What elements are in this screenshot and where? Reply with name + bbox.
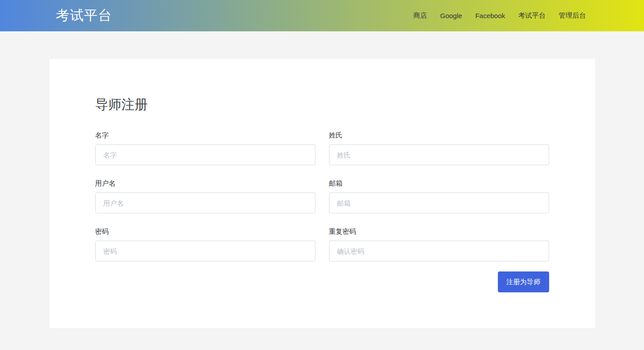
confirm-password-label: 重复密码 xyxy=(329,227,549,237)
first-name-label: 名字 xyxy=(95,130,315,140)
brand-title[interactable]: 考试平台 xyxy=(56,6,112,25)
nav-item-exam-platform[interactable]: 考试平台 xyxy=(518,11,546,20)
nav-item-store[interactable]: 商店 xyxy=(413,11,427,20)
password-input[interactable] xyxy=(95,241,315,261)
page-title: 导师注册 xyxy=(95,96,549,114)
email-label: 邮箱 xyxy=(329,178,549,188)
nav-item-google[interactable]: Google xyxy=(440,12,462,20)
email-input[interactable] xyxy=(329,192,549,213)
username-field-group: 用户名 xyxy=(95,178,315,213)
password-label: 密码 xyxy=(95,227,315,237)
top-navbar: 考试平台 商店 Google Facebook 考试平台 管理后台 xyxy=(0,0,644,31)
password-field-group: 密码 xyxy=(95,227,315,261)
email-field-group: 邮箱 xyxy=(329,178,549,213)
header-nav: 商店 Google Facebook 考试平台 管理后台 xyxy=(413,11,586,20)
last-name-label: 姓氏 xyxy=(329,130,549,140)
first-name-field-group: 名字 xyxy=(95,130,315,165)
nav-item-facebook[interactable]: Facebook xyxy=(475,12,505,20)
last-name-input[interactable] xyxy=(329,144,549,165)
last-name-field-group: 姓氏 xyxy=(329,130,549,165)
username-input[interactable] xyxy=(95,192,315,213)
confirm-password-field-group: 重复密码 xyxy=(329,227,549,261)
username-label: 用户名 xyxy=(95,178,315,188)
registration-card: 导师注册 名字 姓氏 用户名 邮箱 密码 重复密码 注册为导师 xyxy=(49,59,595,328)
submit-row: 注册为导师 xyxy=(329,271,549,292)
tutor-registration-form: 名字 姓氏 用户名 邮箱 密码 重复密码 注册为导师 xyxy=(95,130,549,292)
nav-item-admin[interactable]: 管理后台 xyxy=(559,11,586,20)
confirm-password-input[interactable] xyxy=(329,241,549,261)
first-name-input[interactable] xyxy=(95,144,315,165)
register-tutor-button[interactable]: 注册为导师 xyxy=(498,271,549,292)
